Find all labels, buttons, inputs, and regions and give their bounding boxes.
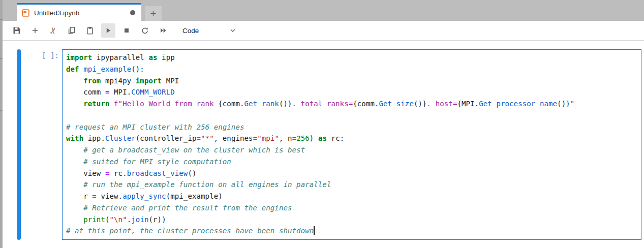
- cell-type-label: Code: [182, 27, 199, 35]
- run-icon: [104, 26, 112, 35]
- tab-untitled3-ipynb[interactable]: Untitled3.ipynb: [17, 3, 141, 21]
- copy-icon: [68, 26, 76, 35]
- restart-kernel-icon: [141, 26, 149, 35]
- cut-icon: ✂: [48, 26, 58, 35]
- stop-icon: [122, 26, 131, 35]
- code-line[interactable]: from mpi4py import MPI: [66, 75, 641, 87]
- code-line[interactable]: # Retrieve and print the result from the…: [66, 202, 641, 214]
- notebook-icon: [22, 9, 29, 17]
- save-icon: [13, 26, 21, 35]
- code-line[interactable]: with ipp.Cluster(controller_ip="*", engi…: [66, 133, 641, 144]
- cell-type-dropdown[interactable]: Code: [182, 27, 236, 35]
- paste-icon: [86, 26, 94, 35]
- restart-run-all-button[interactable]: [156, 23, 170, 38]
- edge-tick: [0, 110, 3, 111]
- code-line[interactable]: comm = MPI.COMM_WORLD: [66, 86, 641, 98]
- code-line[interactable]: # request an MPI cluster with 256 engine…: [66, 121, 641, 133]
- code-line[interactable]: return f"Hello World from rank {comm.Get…: [66, 98, 641, 110]
- code-line[interactable]: # run the mpi_example function on all en…: [66, 179, 641, 191]
- tab-bar: Untitled3.ipynb: [0, 0, 644, 21]
- plus-icon: [149, 10, 157, 17]
- paste-cells-button[interactable]: [83, 23, 97, 38]
- cell-collapser[interactable]: [17, 49, 21, 240]
- code-line[interactable]: # suited for MPI style computation: [66, 156, 641, 168]
- code-line[interactable]: import ipyparallel as ipp: [66, 52, 641, 64]
- code-line[interactable]: print("\n".join(r)): [66, 214, 641, 226]
- code-editor[interactable]: import ipyparallel as ippdef mpi_example…: [62, 49, 641, 240]
- cell-prompt: [ ]:: [20, 51, 59, 59]
- code-line[interactable]: def mpi_example():: [66, 64, 641, 75]
- restart-kernel-button[interactable]: [138, 23, 152, 38]
- save-button[interactable]: [10, 23, 24, 38]
- notebook-toolbar: ✂: [0, 21, 644, 41]
- window-edge: [0, 0, 3, 248]
- tab-title: Untitled3.ipynb: [34, 9, 126, 17]
- run-all-icon: [159, 26, 168, 35]
- code-line[interactable]: # at this point, the cluster processes h…: [66, 225, 641, 237]
- add-cell-button[interactable]: [28, 23, 42, 38]
- edge-tick: [0, 19, 3, 20]
- copy-cells-button[interactable]: [65, 23, 79, 38]
- cut-cells-button[interactable]: ✂: [46, 23, 60, 38]
- run-cell-button[interactable]: [101, 23, 115, 38]
- new-tab-button[interactable]: [145, 6, 162, 21]
- unsaved-changes-indicator: [130, 10, 135, 15]
- interrupt-kernel-button[interactable]: [119, 23, 134, 38]
- code-line[interactable]: [66, 110, 641, 121]
- code-line[interactable]: r = view.apply_sync(mpi_example): [66, 191, 641, 202]
- edge-tick: [0, 58, 3, 59]
- chevron-down-icon: [229, 27, 236, 34]
- add-cell-icon: [31, 26, 39, 35]
- code-line[interactable]: # get a broadcast_view on the cluster wh…: [66, 144, 641, 156]
- text-cursor: [314, 226, 315, 235]
- code-line[interactable]: view = rc.broadcast_view(): [66, 168, 641, 179]
